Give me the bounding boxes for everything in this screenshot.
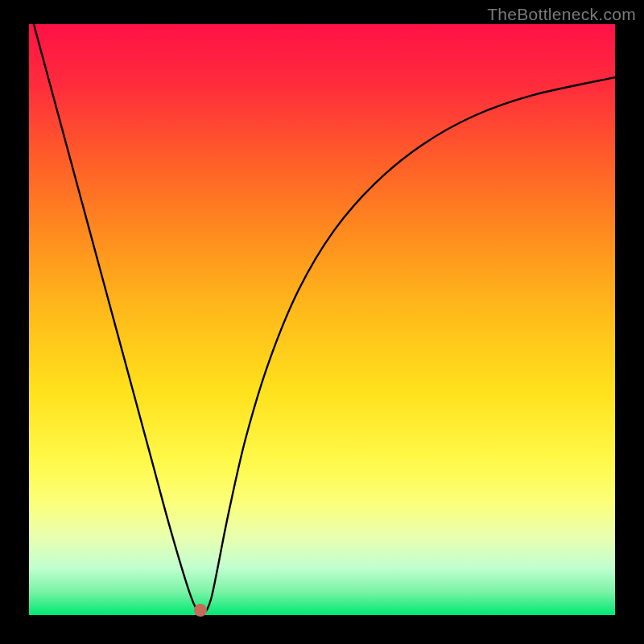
chart-frame: TheBottleneck.com <box>0 0 644 644</box>
watermark-text: TheBottleneck.com <box>487 5 636 24</box>
bottleneck-curve <box>29 24 615 613</box>
plot-area <box>29 24 615 615</box>
curve-layer <box>29 24 615 615</box>
minimum-marker <box>194 604 207 617</box>
